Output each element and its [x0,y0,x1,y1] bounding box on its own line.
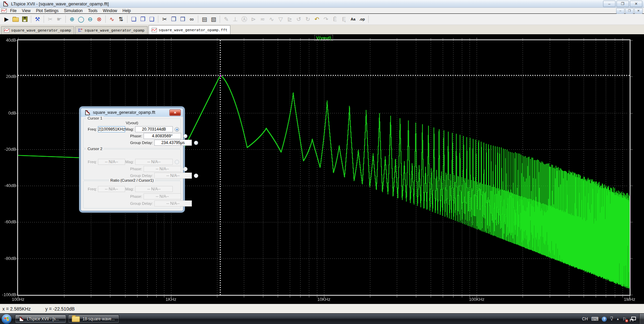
zoom-back-icon[interactable]: ⊗ [95,15,103,24]
find-icon[interactable]: ∞ [187,15,196,24]
y-axis-label-0dB: 0dB [0,110,16,115]
cascade-icon[interactable]: ❑ [148,15,156,24]
cursor1-phase-radio[interactable] [183,134,187,138]
tab-bar: square_wave_generator_opampsquare_wave_g… [0,25,644,35]
system-tray: CH⌨?❐▾▲⚐✕ [582,316,638,322]
window-switch-icon[interactable]: ❐▾ [610,317,613,321]
cursor-x-readout: x = 2.585KHz [2,306,45,312]
control-panel-icon[interactable]: ⚒ [33,15,42,24]
cursor2-legend: Cursor 2 [86,147,104,151]
print-preview-icon[interactable]: ▧ [209,15,218,24]
cursor1-trace-name: V(vout) [84,121,180,125]
cursor2-row-0: Freq:-- N/A--Mag:-- N/A-- [85,159,179,165]
cursor1-freq-field[interactable]: 2.1009851KHz [98,126,125,132]
taskbar-button-folder[interactable]: 18-square-wave... [68,315,119,323]
y-axis-label--40dB: -40dB [0,183,16,188]
cursor1-mag-radio[interactable] [175,127,179,132]
tab-square_wave_generator_opamp[interactable]: square_wave_generator_opamp [1,26,74,34]
ratio-group-delay-label: Group Delay: [130,201,154,205]
zoom-out-icon[interactable]: ⊖ [86,15,94,24]
cursor2-row-1: Phase:-- N/A-- [85,166,179,172]
zoom-full-icon[interactable]: ◯ [77,15,85,24]
start-button[interactable] [2,314,11,324]
menu-simulation[interactable]: Simulation [61,8,86,13]
mdi-minimize-button[interactable]: – [616,8,625,14]
dialog-close-button[interactable]: ✕ [169,109,181,116]
menu-window[interactable]: Window [100,8,120,13]
run-icon[interactable]: ▶ [2,15,11,24]
trace-label[interactable]: V(vout) [315,35,333,41]
language-indicator[interactable]: CH [582,317,588,321]
mdi-restore-button[interactable]: ❐ [625,8,634,14]
close-button[interactable]: ✕ [630,1,642,7]
copy-icon[interactable]: ❐ [169,15,178,24]
waveform-pane-icon[interactable]: ∿ [108,15,116,24]
taskbar: LTspice XVII - [s...18-square-wave... CH… [0,313,644,324]
cut-icon[interactable]: ✂ [160,15,169,24]
tile-vertical-icon[interactable]: ❏ [129,15,138,24]
taskbar-button-label: LTspice XVII - [s... [27,317,59,321]
cursor1-phase-field: 4.8083569° [144,133,181,139]
action-center-flag-icon[interactable]: ⚐✕ [623,317,627,322]
show-desktop-button[interactable] [639,314,644,324]
help-icon[interactable]: ? [602,317,607,322]
toolbar-separator [65,15,66,23]
menu-tools[interactable]: Tools [86,8,100,13]
keyboard-icon[interactable]: ⌨ [591,316,599,322]
cursor-dialog-titlebar[interactable]: square_wave_generator_opamp.fft [81,108,183,117]
cut-wire-icon: ✂ [46,15,54,24]
cursor2-freq-field: -- N/A-- [98,159,125,165]
tile-horizontal-icon[interactable]: ❐ [139,15,147,24]
open-icon[interactable] [11,15,20,24]
text-tool-icon[interactable]: Aa [349,15,357,24]
cursor1-freq-label: Freq: [85,127,97,131]
restore-button[interactable]: ❐ [616,1,629,7]
folder-icon [72,316,80,322]
x-axis-label-100Hz: 100Hz [12,297,24,302]
cursor-dialog[interactable]: square_wave_generator_opamp.fft ✕ Cursor… [80,108,183,211]
ratio-mag-label: Mag: [125,187,135,191]
ratio-row-0: Freq:-- N/A--Mag:-- N/A-- [85,186,179,192]
toolbar-separator [220,15,220,23]
menu-plot-settings[interactable]: Plot Settings [33,8,61,13]
inductor-icon: ∿ [267,15,276,24]
minimize-button[interactable]: – [603,1,615,7]
show-hidden-icons[interactable]: ▲ [616,317,619,321]
menu-file[interactable]: File [7,8,19,13]
toolbar-separator [198,15,198,23]
waveform-icon [4,28,9,33]
save-icon[interactable] [20,15,29,24]
zoom-in-icon[interactable]: ⊕ [68,15,76,24]
text-caret [101,127,101,131]
taskbar-button-ltspice[interactable]: LTspice XVII - [s... [15,315,66,323]
mdi-close-button[interactable]: ✕ [634,8,643,14]
cursor1-phase-label: Phase: [130,134,144,138]
cursor2-mag-label: Mag: [125,160,135,164]
autorange-icon[interactable]: ⇅ [117,15,125,24]
ratio-row-1: Phase:-- N/A-- [85,193,179,199]
paste-icon[interactable]: ❒ [178,15,187,24]
cursor1-mag-label: Mag: [125,127,135,131]
cursor2-group: Cursor 2Freq:-- N/A--Mag:-- N/A--Phase:-… [83,149,181,180]
toolbar-separator [368,15,369,23]
tab-square_wave_generator_opamp.fft-active[interactable]: square_wave_generator_opamp.fft [149,25,230,34]
menu-view[interactable]: View [19,8,33,13]
cursor1-row-2: Group Delay:234.43795µs [85,140,179,146]
y-axis-label-40dB: 40dB [0,38,16,43]
network-icon[interactable] [630,317,636,321]
cursor1-group-delay-radio[interactable] [194,141,198,145]
window-titlebar[interactable]: LTspice XVII - [square_wave_generator_op… [0,0,644,8]
x-axis-label-10KHz: 10KHz [317,297,330,302]
redo-icon: ↷ [322,15,330,24]
tab-square_wave_generator_opamp[interactable]: square_wave_generator_opamp [75,26,148,34]
taskbar-button-label: 18-square-wave... [83,317,115,321]
window-controls: – ❐ ✕ [603,1,642,7]
cursor2-group-delay-radio [194,174,198,178]
y-axis-label--80dB: -80dB [0,256,16,261]
spice-directive-icon[interactable]: .op [358,15,366,24]
toolbar-separator [105,15,106,23]
menu-help[interactable]: Help [120,8,133,13]
cursor2-mag-field: -- N/A-- [135,159,173,165]
undo-icon[interactable]: ↶ [313,15,321,24]
print-icon[interactable]: ▤ [200,15,209,24]
